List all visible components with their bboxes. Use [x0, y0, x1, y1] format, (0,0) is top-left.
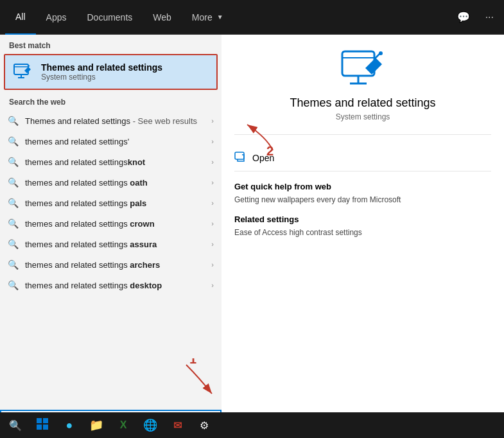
list-item[interactable]: 🔍 themes and related settings oath › [0, 172, 222, 193]
chrome-icon: 🌐 [143, 418, 157, 432]
help-text: Getting new wallpapers every day from Mi… [234, 195, 491, 204]
tab-more[interactable]: More ▼ [182, 0, 234, 35]
tab-apps[interactable]: Apps [36, 0, 77, 35]
feedback-button[interactable]: 💬 [452, 7, 475, 27]
search-icon: 🔍 [8, 198, 19, 208]
chevron-right-icon: › [211, 220, 214, 227]
related-section: Related settings Ease of Access high con… [234, 215, 491, 237]
nav-icon-group: 💬 ··· [452, 7, 499, 27]
taskbar-apps-button[interactable] [30, 414, 55, 437]
svg-point-10 [379, 51, 383, 55]
search-item-text: themes and related settings oath [25, 178, 205, 188]
tab-documents[interactable]: Documents [76, 0, 143, 35]
best-match-title: Themes and related settings [41, 62, 162, 73]
app-detail-header: Themes and related settings System setti… [234, 48, 491, 135]
search-icon: 🔍 [8, 116, 19, 126]
list-item[interactable]: 🔍 themes and related settings assura › [0, 234, 222, 254]
help-title: Get quick help from web [234, 182, 491, 191]
related-link[interactable]: Ease of Access high contrast settings [234, 228, 491, 237]
ellipsis-icon: ··· [485, 12, 494, 22]
folder-icon: 📁 [89, 418, 103, 432]
search-icon: 🔍 [8, 218, 19, 229]
search-item-text: themes and related settings archers [25, 260, 205, 270]
svg-rect-11 [235, 152, 244, 159]
apps-icon [36, 417, 49, 434]
left-panel: Best match Themes and related settings [0, 35, 222, 438]
search-container: Best match Themes and related settings [0, 35, 504, 438]
list-item[interactable]: 🔍 themes and related settings archers › [0, 254, 222, 275]
search-icon: 🔍 [8, 177, 19, 188]
app-detail-icon [340, 48, 386, 89]
start-button[interactable]: 🔍 [3, 414, 28, 437]
tab-all[interactable]: All [5, 0, 36, 35]
app-detail-subtitle: System settings [336, 112, 390, 121]
chrome-button[interactable]: 🌐 [137, 414, 163, 437]
list-item[interactable]: 🔍 themes and related settings pals › [0, 193, 222, 213]
search-icon: 🔍 [8, 136, 19, 146]
open-label: Open [252, 153, 274, 163]
chevron-right-icon: › [211, 261, 214, 268]
chevron-right-icon: › [211, 240, 214, 248]
tab-web[interactable]: Web [143, 0, 182, 35]
right-panel: Themes and related settings System setti… [222, 35, 504, 438]
search-taskbar-icon: 🔍 [9, 419, 22, 432]
svg-rect-16 [37, 418, 42, 423]
chevron-right-icon: › [211, 179, 214, 186]
search-item-text: themes and related settings crown [25, 219, 205, 229]
open-icon [234, 150, 247, 166]
chevron-right-icon: › [211, 281, 214, 289]
feedback-icon: 💬 [457, 12, 470, 22]
mail-icon: ✉ [173, 419, 182, 432]
related-title: Related settings [234, 215, 491, 224]
excel-button[interactable]: X [110, 414, 136, 437]
search-item-text: Themes and related settings - See web re… [25, 116, 205, 126]
list-item[interactable]: 🔍 Themes and related settings - See web … [0, 110, 222, 131]
search-list: 🔍 Themes and related settings - See web … [0, 110, 222, 410]
web-search-label: Search the web [0, 90, 222, 110]
cortana-button[interactable]: ● [56, 414, 82, 437]
search-item-text: themes and related settings' [25, 137, 205, 146]
list-item[interactable]: 🔍 themes and related settings desktop › [0, 275, 222, 295]
chevron-right-icon: › [211, 158, 214, 166]
best-match-item[interactable]: Themes and related settings System setti… [4, 54, 218, 90]
chart-icon: X [120, 419, 127, 431]
best-match-label: Best match [0, 35, 222, 54]
settings-button[interactable]: ⚙ [191, 414, 217, 437]
best-match-text: Themes and related settings System setti… [41, 62, 162, 82]
more-options-button[interactable]: ··· [480, 7, 499, 27]
search-item-text: themes and related settings desktop [25, 281, 205, 290]
chevron-right-icon: › [211, 199, 214, 207]
brain-icon: ● [66, 419, 73, 432]
help-section: Get quick help from web Getting new wall… [234, 182, 491, 204]
list-item[interactable]: 🔍 themes and related settings' › [0, 131, 222, 152]
search-icon: 🔍 [8, 280, 19, 290]
list-item[interactable]: 🔍 themes and related settings crown › [0, 213, 222, 234]
list-item[interactable]: 🔍 themes and related settingsknot › [0, 152, 222, 172]
app-detail-title: Themes and related settings [290, 96, 435, 110]
chevron-right-icon: › [211, 137, 214, 145]
svg-rect-17 [43, 418, 48, 423]
chevron-right-icon: › [211, 117, 214, 125]
mail-button[interactable]: ✉ [164, 414, 190, 437]
search-icon: 🔍 [8, 259, 19, 270]
taskbar: 🔍 ● 📁 X 🌐 ✉ ⚙ [0, 412, 504, 438]
themes-icon [13, 62, 33, 82]
search-item-text: themes and related settings assura [25, 240, 205, 249]
chevron-down-icon: ▼ [217, 13, 223, 21]
svg-rect-18 [37, 425, 42, 430]
best-match-subtitle: System settings [41, 73, 162, 82]
top-navigation: All Apps Documents Web More ▼ 💬 ··· [0, 0, 504, 35]
svg-line-9 [376, 54, 379, 58]
folder-button[interactable]: 📁 [83, 414, 109, 437]
search-icon: 🔍 [8, 239, 19, 249]
open-button[interactable]: Open [234, 145, 491, 171]
search-item-text: themes and related settingsknot [25, 157, 205, 167]
settings-icon: ⚙ [200, 419, 209, 432]
search-icon: 🔍 [8, 157, 19, 167]
svg-rect-19 [43, 425, 48, 430]
search-item-text: themes and related settings pals [25, 198, 205, 208]
